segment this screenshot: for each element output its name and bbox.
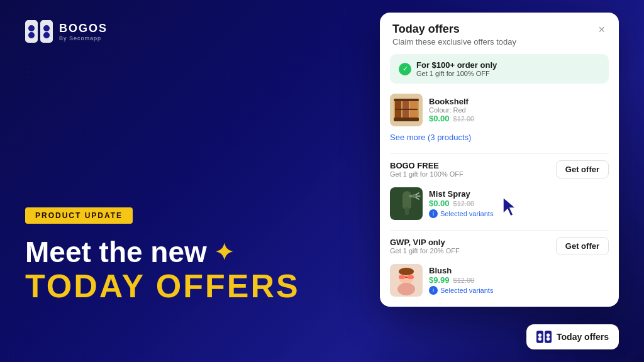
today-offers-footer-label: Today offers <box>557 332 609 342</box>
logo: BOGOS By Secomapp <box>25 20 327 43</box>
price-new-blush: $9.99 <box>429 275 450 285</box>
svg-point-25 <box>399 268 414 275</box>
product-row-blush: Blush $9.99 $12.00 i Selected variants <box>390 260 609 300</box>
selected-text-blush: Selected variants <box>440 287 493 294</box>
product-image-bookshelf <box>390 94 423 126</box>
svg-point-30 <box>547 334 550 337</box>
bogos-logo-icon <box>25 20 53 43</box>
product-image-blush <box>390 264 423 297</box>
bogos-footer-logo-icon <box>536 331 552 343</box>
svg-line-17 <box>416 193 419 195</box>
price-new-mist: $0.00 <box>429 199 450 208</box>
product-name-bookshelf: Bookshelf <box>429 97 609 106</box>
bogo-sublabel: Get 1 gift for 100% OFF <box>390 170 464 178</box>
price-old-mist: $12.00 <box>453 200 475 207</box>
get-offer-button-gwp[interactable]: Get offer <box>556 237 609 255</box>
sparkle-icon: ✦ <box>214 240 233 265</box>
svg-point-5 <box>43 32 50 38</box>
offer-1-sublabel: Get 1 gift for 100% OFF <box>416 70 497 77</box>
left-panel: BOGOS By Secomapp PRODUCT UPDATE Meet th… <box>0 0 352 362</box>
selected-variants-blush: i Selected variants <box>429 286 609 295</box>
svg-rect-11 <box>394 99 419 101</box>
svg-rect-13 <box>402 191 411 210</box>
logo-text: BOGOS By Secomapp <box>59 22 108 41</box>
svg-point-4 <box>43 25 50 31</box>
bogo-label: BOGO FREE <box>390 161 464 170</box>
popup-title: Today offers <box>392 23 516 36</box>
popup-header: Today offers Claim these exclusive offer… <box>380 13 619 54</box>
cursor-icon <box>501 196 523 219</box>
svg-point-16 <box>412 194 416 198</box>
headline-bottom: TODAY OFFERS <box>25 268 327 304</box>
popup-card: Today offers Claim these exclusive offer… <box>380 13 619 307</box>
gwp-sublabel: Get 1 gift for 20% OFF <box>390 247 460 255</box>
offer-1-label: For $100+ order only <box>416 60 497 70</box>
popup-subtitle: Claim these exclusive offers today <box>392 37 516 47</box>
price-old-blush: $12.00 <box>453 277 475 284</box>
product-info-blush: Blush $9.99 $12.00 i Selected variants <box>429 266 609 295</box>
bogo-section: BOGO FREE Get 1 gift for 100% OFF Get of… <box>380 154 619 230</box>
see-more-link[interactable]: See more (3 products) <box>390 130 609 148</box>
svg-rect-14 <box>405 207 409 215</box>
offer-1-section: ✓ For $100+ order only Get 1 gift for 10… <box>380 54 619 153</box>
svg-point-28 <box>538 334 541 337</box>
svg-rect-10 <box>394 118 419 121</box>
bottom-bar: Today offers <box>526 324 619 349</box>
bogo-row: BOGO FREE Get 1 gift for 100% OFF Get of… <box>390 160 609 178</box>
close-button[interactable]: × <box>597 23 606 36</box>
get-offer-button-bogo[interactable]: Get offer <box>556 160 609 178</box>
price-new-bookshelf: $0.00 <box>429 114 450 123</box>
svg-point-3 <box>28 32 35 38</box>
gwp-section: GWP, VIP only Get 1 gift for 20% OFF Get… <box>380 231 619 307</box>
product-row-mist: Mist Spray $0.00 $12.00 i Selected varia… <box>390 184 609 224</box>
svg-point-21 <box>397 283 415 295</box>
popup-container: Today offers Claim these exclusive offer… <box>380 13 619 307</box>
gwp-info: GWP, VIP only Get 1 gift for 20% OFF <box>390 238 460 255</box>
bogo-info: BOGO FREE Get 1 gift for 100% OFF <box>390 161 464 178</box>
svg-line-19 <box>416 197 419 199</box>
svg-point-29 <box>538 337 541 341</box>
logo-subtitle: By Secomapp <box>59 35 108 41</box>
svg-point-31 <box>547 337 550 341</box>
check-icon: ✓ <box>399 63 411 75</box>
info-icon-mist: i <box>429 209 438 218</box>
product-info-bookshelf: Bookshelf Colour: Red $0.00 $12.00 <box>429 97 609 123</box>
logo-title: BOGOS <box>59 22 108 35</box>
product-prices-bookshelf: $0.00 $12.00 <box>429 114 609 123</box>
gwp-label: GWP, VIP only <box>390 238 460 247</box>
product-variant-bookshelf: Colour: Red <box>429 106 609 114</box>
product-update-badge: PRODUCT UPDATE <box>25 207 133 224</box>
offer-1-header: ✓ For $100+ order only Get 1 gift for 10… <box>390 54 609 84</box>
product-name-blush: Blush <box>429 266 609 275</box>
headline: Meet the new ✦ TODAY OFFERS <box>25 236 327 304</box>
gwp-row: GWP, VIP only Get 1 gift for 20% OFF Get… <box>390 237 609 255</box>
today-offers-footer-button[interactable]: Today offers <box>526 324 619 349</box>
info-icon-blush: i <box>429 286 438 295</box>
svg-rect-22 <box>399 275 405 279</box>
svg-rect-12 <box>395 109 418 110</box>
product-row-bookshelf: Bookshelf Colour: Red $0.00 $12.00 <box>390 90 609 130</box>
headline-top-text: Meet the new <box>25 236 207 268</box>
selected-text-mist: Selected variants <box>440 210 493 217</box>
product-prices-blush: $9.99 $12.00 <box>429 275 609 285</box>
offer-1-text: For $100+ order only Get 1 gift for 100%… <box>416 60 497 77</box>
svg-rect-23 <box>408 275 414 279</box>
price-old-bookshelf: $12.00 <box>453 115 475 123</box>
product-image-mist <box>390 187 423 220</box>
svg-point-2 <box>28 25 35 31</box>
headline-top: Meet the new ✦ <box>25 236 327 268</box>
popup-header-text: Today offers Claim these exclusive offer… <box>392 23 516 47</box>
